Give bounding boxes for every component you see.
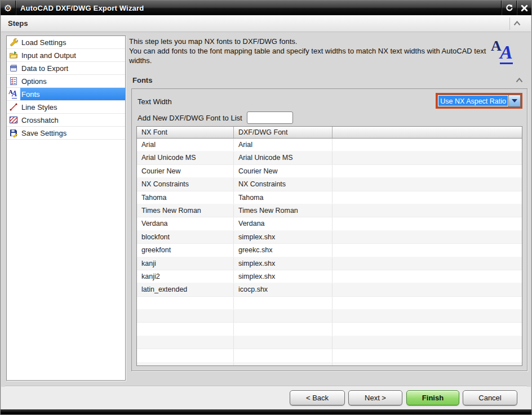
steps-title: Steps xyxy=(1,19,509,28)
blank-cell xyxy=(333,165,522,177)
add-font-input[interactable] xyxy=(247,111,293,124)
blank-cell xyxy=(333,231,522,243)
dxf-font-cell[interactable]: Tahoma xyxy=(234,191,333,204)
sidebar-item-label: Save Settings xyxy=(20,127,125,139)
dxf-font-cell[interactable]: greekc.shx xyxy=(234,244,333,256)
table-row[interactable]: Arial Arial xyxy=(137,139,522,151)
blank-cell xyxy=(333,283,522,296)
table-row[interactable]: NX Constraints NX Constraints xyxy=(137,178,522,191)
nx-font-cell[interactable]: Arial Unicode MS xyxy=(137,151,234,164)
table-row[interactable]: Courier New Courier New xyxy=(137,165,522,178)
text-width-label: Text Width xyxy=(138,97,172,106)
close-icon[interactable] xyxy=(516,1,531,15)
table-header: NX Font DXF/DWG Font xyxy=(137,127,522,139)
dxf-font-cell[interactable]: Arial Unicode MS xyxy=(234,151,333,164)
nx-font-cell[interactable]: Verdana xyxy=(137,217,234,230)
table-row[interactable]: latin_extended icocp.shx xyxy=(137,283,522,296)
sidebar-item-data-to-export[interactable]: Data to Export xyxy=(7,62,125,75)
table-row-empty[interactable] xyxy=(137,297,522,310)
fonts-collapse-chevron-icon[interactable] xyxy=(512,74,526,86)
steps-header: Steps xyxy=(1,15,531,32)
table-row[interactable]: kanji2 simplex.shx xyxy=(137,270,522,283)
nx-font-cell[interactable]: Arial xyxy=(137,139,234,151)
blank-cell xyxy=(333,151,522,164)
sidebar-item-load-settings[interactable]: Load Settings xyxy=(7,36,125,49)
table-row-empty[interactable] xyxy=(137,336,522,349)
blank-cell xyxy=(333,244,522,256)
window-title: AutoCAD DXF/DWG Export Wizard xyxy=(16,4,501,12)
sidebar-item-label: Line Styles xyxy=(20,101,125,113)
dxf-font-cell[interactable]: Times New Roman xyxy=(234,204,333,217)
steps-collapse-chevron-icon[interactable] xyxy=(509,17,524,30)
nx-font-cell[interactable]: Times New Roman xyxy=(137,204,234,217)
back-button[interactable]: < Back xyxy=(290,390,345,405)
nx-font-cell[interactable]: Tahoma xyxy=(137,191,234,204)
nx-font-cell[interactable]: Courier New xyxy=(137,165,234,177)
sidebar-item-label: Input and Output xyxy=(20,49,125,61)
sidebar-item-line-styles[interactable]: Line Styles xyxy=(7,101,125,114)
blank-cell xyxy=(333,217,522,230)
restore-icon[interactable] xyxy=(501,1,516,15)
text-width-dropdown-value: Use NX Aspect Ratio xyxy=(438,96,508,106)
sidebar-item-fonts[interactable]: AA Fonts xyxy=(7,88,125,101)
column-header-blank xyxy=(333,127,522,138)
blank-cell xyxy=(333,257,522,270)
checklist-icon xyxy=(7,75,20,87)
step-description: This step lets you map NX fonts to DXF/D… xyxy=(129,37,496,65)
finish-button[interactable]: Finish xyxy=(406,390,459,405)
table-row-empty[interactable] xyxy=(137,349,522,362)
table-row-empty[interactable] xyxy=(137,323,522,336)
table-row[interactable]: Verdana Verdana xyxy=(137,217,522,230)
table-row-empty[interactable] xyxy=(137,363,522,366)
chevron-down-icon[interactable] xyxy=(508,95,520,106)
title-bar: ⚙ AutoCAD DXF/DWG Export Wizard xyxy=(1,1,531,15)
dxf-font-cell[interactable]: simplex.shx xyxy=(234,270,333,283)
dxf-font-cell[interactable]: simplex.shx xyxy=(234,257,333,270)
table-row[interactable]: kanji simplex.shx xyxy=(137,257,522,270)
fonts-group-title: Fonts xyxy=(129,76,512,84)
sidebar-item-input-and-output[interactable]: Input and Output xyxy=(7,49,125,62)
sidebar-item-options[interactable]: Options xyxy=(7,75,125,88)
sidebar-item-save-settings[interactable]: Save Settings xyxy=(7,127,125,140)
nx-font-cell[interactable]: blockfont xyxy=(137,231,234,243)
description-line-2: You can add fonts to the font mapping ta… xyxy=(129,46,496,65)
column-header-nx-font[interactable]: NX Font xyxy=(137,127,234,138)
wrench-icon xyxy=(7,36,20,48)
window-bottom-edge xyxy=(1,409,531,414)
nx-font-cell[interactable]: latin_extended xyxy=(137,283,234,296)
add-font-label: Add New DXF/DWG Font to List xyxy=(138,114,242,122)
table-row[interactable]: greekfont greekc.shx xyxy=(137,244,522,257)
nx-font-cell[interactable]: NX Constraints xyxy=(137,178,234,190)
table-row[interactable]: Arial Unicode MS Arial Unicode MS xyxy=(137,151,522,164)
fonts-aa-icon: AA xyxy=(7,88,20,100)
nx-font-cell[interactable]: kanji2 xyxy=(137,270,234,283)
save-disk-icon xyxy=(7,127,20,139)
cancel-button[interactable]: Cancel xyxy=(463,390,517,405)
dxf-font-cell[interactable]: Courier New xyxy=(234,165,333,177)
fonts-group-panel: Text Width Use NX Aspect Ratio Add New D… xyxy=(131,88,527,371)
text-width-dropdown[interactable]: Use NX Aspect Ratio xyxy=(437,95,521,107)
nx-font-cell[interactable]: kanji xyxy=(137,257,234,270)
table-row-empty[interactable] xyxy=(137,310,522,323)
dxf-font-cell[interactable]: Verdana xyxy=(234,217,333,230)
dxf-font-cell[interactable]: NX Constraints xyxy=(234,178,333,190)
fonts-group-header: Fonts xyxy=(129,73,527,87)
table-row[interactable]: blockfont simplex.shx xyxy=(137,231,522,244)
sidebar-item-crosshatch[interactable]: Crosshatch xyxy=(7,114,125,127)
export-window-icon xyxy=(7,62,20,74)
dxf-font-cell[interactable]: Arial xyxy=(234,139,333,151)
column-header-dxf-dwg-font[interactable]: DXF/DWG Font xyxy=(234,127,333,138)
next-button[interactable]: Next > xyxy=(348,390,402,405)
crosshatch-icon xyxy=(7,114,20,126)
table-row[interactable]: Times New Roman Times New Roman xyxy=(137,204,522,217)
dxf-font-cell[interactable]: simplex.shx xyxy=(234,231,333,243)
description-line-1: This step lets you map NX fonts to DXF/D… xyxy=(129,37,496,46)
sidebar-item-label: Options xyxy=(20,75,125,87)
sidebar-item-label: Fonts xyxy=(20,88,125,100)
table-row[interactable]: Tahoma Tahoma xyxy=(137,191,522,204)
blank-cell xyxy=(333,191,522,204)
dxf-font-cell[interactable]: icocp.shx xyxy=(234,283,333,296)
blank-cell xyxy=(333,178,522,190)
line-icon xyxy=(7,101,20,113)
nx-font-cell[interactable]: greekfont xyxy=(137,244,234,256)
